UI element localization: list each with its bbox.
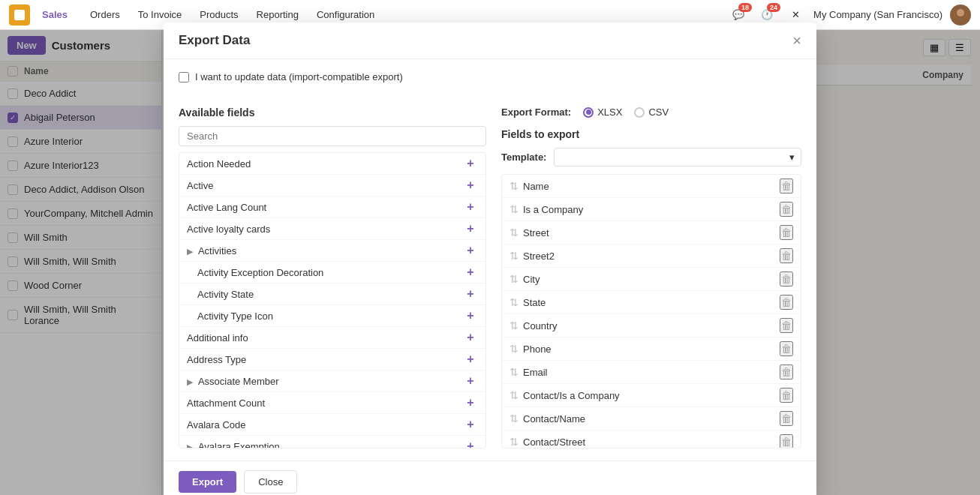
field-item[interactable]: Action Needed + (179, 153, 485, 175)
export-field-item[interactable]: ⇅ Email 🗑 (502, 361, 801, 384)
field-item[interactable]: Additional info + (179, 327, 485, 349)
export-field-name: Is a Company (523, 204, 583, 215)
export-field-item[interactable]: ⇅ Street2 🗑 (502, 244, 801, 268)
available-fields-panel: Available fields Action Needed + Active … (179, 106, 486, 448)
fields-to-export-panel: Export Format: XLSX CSV Fields to export (501, 106, 801, 448)
add-field-button[interactable]: + (463, 418, 478, 431)
menu-reporting[interactable]: Reporting (249, 6, 306, 23)
field-item[interactable]: Active loyalty cards + (179, 218, 485, 240)
xlsx-label: XLSX (597, 106, 622, 118)
fields-search-input[interactable] (179, 126, 486, 146)
delete-field-button[interactable]: 🗑 (780, 364, 793, 380)
drag-handle-icon: ⇅ (510, 250, 519, 262)
menu-to-invoice[interactable]: To Invoice (131, 6, 190, 23)
field-name: Activity Type Icon (197, 310, 273, 322)
import-compatible-checkbox[interactable] (179, 72, 189, 82)
export-field-item[interactable]: ⇅ City 🗑 (502, 268, 801, 291)
add-field-button[interactable]: + (463, 287, 478, 301)
menu-products[interactable]: Products (192, 6, 245, 23)
field-item[interactable]: Avalara Code + (179, 414, 485, 436)
delete-field-button[interactable]: 🗑 (780, 202, 793, 217)
drag-handle-icon: ⇅ (510, 412, 519, 424)
add-field-button[interactable]: + (463, 244, 478, 257)
modal-overlay: Export Data × I want to update data (imp… (0, 30, 980, 495)
top-menu: Orders To Invoice Products Reporting Con… (83, 6, 382, 23)
drag-handle-icon: ⇅ (510, 226, 519, 238)
menu-configuration[interactable]: Configuration (309, 6, 382, 23)
field-item[interactable]: Address Type + (179, 349, 485, 370)
drag-handle-icon: ⇅ (510, 273, 519, 285)
xlsx-radio[interactable] (583, 107, 594, 118)
close-button[interactable]: Close (244, 470, 297, 494)
field-item[interactable]: Activity State + (179, 284, 485, 305)
field-name: Additional info (187, 332, 248, 344)
delete-field-button[interactable]: 🗑 (780, 178, 793, 194)
delete-field-button[interactable]: 🗑 (780, 272, 793, 286)
export-modal: Export Data × I want to update data (imp… (164, 22, 816, 495)
modal-close-button[interactable]: × (792, 33, 801, 48)
add-field-button[interactable]: + (463, 331, 478, 344)
user-avatar[interactable] (950, 4, 971, 26)
csv-option[interactable]: CSV (634, 106, 669, 118)
field-item[interactable]: Activity Type Icon + (179, 305, 485, 327)
delete-field-button[interactable]: 🗑 (780, 388, 793, 403)
export-field-item[interactable]: ⇅ Contact/Is a Company 🗑 (502, 384, 801, 407)
field-name: ▶ Associate Member (187, 376, 279, 387)
field-item[interactable]: Active Lang Count + (179, 196, 485, 218)
field-name: Action Needed (187, 158, 251, 170)
add-field-button[interactable]: + (463, 352, 478, 366)
field-name: Activity Exception Decoration (197, 267, 323, 278)
add-field-button[interactable]: + (463, 440, 478, 448)
app-name[interactable]: Sales (42, 9, 68, 20)
export-field-item[interactable]: ⇅ Name 🗑 (502, 175, 801, 198)
export-field-name: Phone (523, 344, 552, 355)
export-field-item[interactable]: ⇅ Country 🗑 (502, 314, 801, 338)
template-select[interactable]: ▾ (554, 148, 801, 166)
export-field-name: Contact/Street (523, 436, 585, 448)
add-field-button[interactable]: + (463, 374, 478, 388)
field-name: ▶ Activities (187, 245, 236, 256)
field-item-expandable[interactable]: ▶ Avalara Exemption + (179, 436, 485, 448)
export-field-item[interactable]: ⇅ Contact/Name 🗑 (502, 407, 801, 430)
add-field-button[interactable]: + (463, 309, 478, 322)
delete-field-button[interactable]: 🗑 (780, 225, 793, 240)
modal-header: Export Data × (164, 22, 816, 59)
app-logo[interactable] (9, 4, 30, 26)
add-field-button[interactable]: + (463, 200, 478, 214)
delete-field-button[interactable]: 🗑 (780, 295, 793, 310)
export-field-item[interactable]: ⇅ Contact/Street 🗑 (502, 430, 801, 448)
drag-handle-icon: ⇅ (510, 296, 519, 308)
add-field-button[interactable]: + (463, 157, 478, 170)
export-field-item[interactable]: ⇅ State 🗑 (502, 291, 801, 314)
delete-field-button[interactable]: 🗑 (780, 341, 793, 356)
field-item-expandable[interactable]: ▶ Activities + (179, 240, 485, 262)
field-item[interactable]: Activity Exception Decoration + (179, 262, 485, 284)
svg-point-1 (954, 17, 966, 25)
delete-field-button[interactable]: 🗑 (780, 434, 793, 448)
available-fields-list: Action Needed + Active + Active Lang Cou… (179, 152, 486, 448)
export-field-item[interactable]: ⇅ Phone 🗑 (502, 338, 801, 361)
export-fields-list: ⇅ Name 🗑 ⇅ Is a Company 🗑 ⇅ (501, 174, 801, 448)
export-button[interactable]: Export (179, 471, 236, 493)
drag-handle-icon: ⇅ (510, 436, 519, 448)
field-item[interactable]: Attachment Count + (179, 392, 485, 414)
field-item[interactable]: Active + (179, 175, 485, 196)
delete-field-button[interactable]: 🗑 (780, 248, 793, 263)
export-field-name: Name (523, 181, 549, 192)
export-field-item[interactable]: ⇅ Street 🗑 (502, 221, 801, 244)
delete-field-button[interactable]: 🗑 (780, 318, 793, 333)
csv-radio[interactable] (634, 107, 645, 118)
xlsx-option[interactable]: XLSX (583, 106, 622, 118)
add-field-button[interactable]: + (463, 178, 478, 192)
delete-field-button[interactable]: 🗑 (780, 411, 793, 426)
export-field-name: City (523, 274, 540, 285)
menu-orders[interactable]: Orders (83, 6, 128, 23)
add-field-button[interactable]: + (463, 222, 478, 236)
field-name: Attachment Count (187, 398, 265, 409)
add-field-button[interactable]: + (463, 396, 478, 410)
field-item-expandable[interactable]: ▶ Associate Member + (179, 370, 485, 392)
export-field-item[interactable]: ⇅ Is a Company 🗑 (502, 198, 801, 221)
svg-point-0 (957, 9, 964, 16)
add-field-button[interactable]: + (463, 266, 478, 279)
activities-badge: 24 (767, 3, 780, 12)
